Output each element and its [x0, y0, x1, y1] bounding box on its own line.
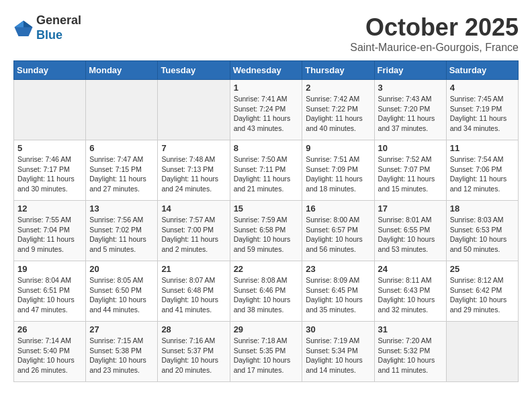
day-number: 3: [378, 83, 443, 93]
day-info: Sunrise: 7:16 AM Sunset: 5:37 PM Dayligh…: [161, 336, 226, 375]
day-info: Sunrise: 7:52 AM Sunset: 7:07 PM Dayligh…: [378, 154, 443, 194]
calendar-week-row: 5Sunrise: 7:46 AM Sunset: 7:17 PM Daylig…: [14, 140, 519, 201]
calendar-cell: 20Sunrise: 8:05 AM Sunset: 6:50 PM Dayli…: [86, 261, 158, 322]
day-number: 23: [306, 264, 370, 274]
day-number: 26: [17, 324, 82, 334]
day-number: 18: [450, 203, 515, 214]
day-info: Sunrise: 7:55 AM Sunset: 7:04 PM Dayligh…: [17, 215, 82, 255]
day-info: Sunrise: 7:41 AM Sunset: 7:24 PM Dayligh…: [234, 94, 299, 134]
calendar-cell: 14Sunrise: 7:57 AM Sunset: 7:00 PM Dayli…: [158, 201, 230, 261]
logo-icon: [13, 18, 34, 38]
day-info: Sunrise: 7:19 AM Sunset: 5:34 PM Dayligh…: [306, 336, 370, 375]
calendar-week-row: 12Sunrise: 7:55 AM Sunset: 7:04 PM Dayli…: [14, 201, 519, 261]
day-number: 6: [89, 143, 154, 153]
day-number: 10: [378, 143, 443, 153]
weekday-header-tuesday: Tuesday: [158, 61, 230, 80]
calendar-week-row: 26Sunrise: 7:14 AM Sunset: 5:40 PM Dayli…: [14, 322, 519, 382]
weekday-header-row: SundayMondayTuesdayWednesdayThursdayFrid…: [14, 61, 519, 80]
calendar-cell: 21Sunrise: 8:07 AM Sunset: 6:48 PM Dayli…: [158, 261, 230, 322]
calendar-cell: 15Sunrise: 7:59 AM Sunset: 6:58 PM Dayli…: [230, 201, 302, 261]
calendar-cell: [446, 322, 518, 382]
calendar-cell: 31Sunrise: 7:20 AM Sunset: 5:32 PM Dayli…: [374, 322, 446, 382]
calendar-cell: 8Sunrise: 7:50 AM Sunset: 7:11 PM Daylig…: [230, 140, 302, 201]
day-info: Sunrise: 7:51 AM Sunset: 7:09 PM Dayligh…: [306, 154, 370, 194]
day-number: 25: [450, 264, 515, 274]
day-number: 1: [234, 83, 299, 93]
day-number: 24: [378, 264, 443, 274]
day-info: Sunrise: 8:07 AM Sunset: 6:48 PM Dayligh…: [161, 275, 226, 315]
day-info: Sunrise: 7:59 AM Sunset: 6:58 PM Dayligh…: [234, 215, 299, 255]
calendar-cell: 19Sunrise: 8:04 AM Sunset: 6:51 PM Dayli…: [14, 261, 86, 322]
logo: General Blue: [13, 13, 81, 42]
day-number: 4: [450, 83, 515, 93]
day-number: 9: [306, 143, 370, 153]
calendar-cell: 10Sunrise: 7:52 AM Sunset: 7:07 PM Dayli…: [374, 140, 446, 201]
title-area: October 2025 Saint-Maurice-en-Gourgois, …: [350, 13, 519, 54]
day-info: Sunrise: 8:12 AM Sunset: 6:42 PM Dayligh…: [450, 275, 515, 315]
page-header: General Blue October 2025 Saint-Maurice-…: [13, 13, 519, 54]
day-info: Sunrise: 7:56 AM Sunset: 7:02 PM Dayligh…: [89, 215, 154, 255]
day-info: Sunrise: 7:47 AM Sunset: 7:15 PM Dayligh…: [89, 154, 154, 194]
weekday-header-wednesday: Wednesday: [230, 61, 302, 80]
calendar-table: SundayMondayTuesdayWednesdayThursdayFrid…: [13, 60, 519, 382]
day-info: Sunrise: 7:14 AM Sunset: 5:40 PM Dayligh…: [17, 336, 82, 375]
day-number: 29: [234, 324, 299, 334]
day-number: 11: [450, 143, 515, 153]
calendar-cell: 23Sunrise: 8:09 AM Sunset: 6:45 PM Dayli…: [302, 261, 374, 322]
day-info: Sunrise: 8:04 AM Sunset: 6:51 PM Dayligh…: [17, 275, 82, 315]
day-number: 13: [89, 203, 154, 214]
day-info: Sunrise: 7:46 AM Sunset: 7:17 PM Dayligh…: [17, 154, 82, 194]
day-number: 30: [306, 324, 370, 334]
calendar-cell: 7Sunrise: 7:48 AM Sunset: 7:13 PM Daylig…: [158, 140, 230, 201]
svg-marker-2: [15, 20, 24, 27]
day-info: Sunrise: 8:08 AM Sunset: 6:46 PM Dayligh…: [234, 275, 299, 315]
day-info: Sunrise: 7:54 AM Sunset: 7:06 PM Dayligh…: [450, 154, 515, 194]
day-info: Sunrise: 8:05 AM Sunset: 6:50 PM Dayligh…: [89, 275, 154, 315]
calendar-cell: 17Sunrise: 8:01 AM Sunset: 6:55 PM Dayli…: [374, 201, 446, 261]
calendar-cell: 3Sunrise: 7:43 AM Sunset: 7:20 PM Daylig…: [374, 80, 446, 140]
day-number: 19: [17, 264, 82, 274]
calendar-cell: 1Sunrise: 7:41 AM Sunset: 7:24 PM Daylig…: [230, 80, 302, 140]
day-number: 21: [161, 264, 226, 274]
day-info: Sunrise: 7:20 AM Sunset: 5:32 PM Dayligh…: [378, 336, 443, 375]
calendar-cell: 30Sunrise: 7:19 AM Sunset: 5:34 PM Dayli…: [302, 322, 374, 382]
calendar-cell: 16Sunrise: 8:00 AM Sunset: 6:57 PM Dayli…: [302, 201, 374, 261]
month-title: October 2025: [350, 13, 519, 42]
calendar-cell: 4Sunrise: 7:45 AM Sunset: 7:19 PM Daylig…: [446, 80, 518, 140]
calendar-body: 1Sunrise: 7:41 AM Sunset: 7:24 PM Daylig…: [14, 80, 519, 382]
calendar-week-row: 1Sunrise: 7:41 AM Sunset: 7:24 PM Daylig…: [14, 80, 519, 140]
day-number: 5: [17, 143, 82, 153]
day-number: 2: [306, 83, 370, 93]
day-info: Sunrise: 7:48 AM Sunset: 7:13 PM Dayligh…: [161, 154, 226, 194]
day-info: Sunrise: 7:57 AM Sunset: 7:00 PM Dayligh…: [161, 215, 226, 255]
location-title: Saint-Maurice-en-Gourgois, France: [350, 42, 519, 54]
day-number: 20: [89, 264, 154, 274]
day-info: Sunrise: 7:18 AM Sunset: 5:35 PM Dayligh…: [234, 336, 299, 375]
calendar-cell: [158, 80, 230, 140]
day-number: 14: [161, 203, 226, 214]
day-info: Sunrise: 8:00 AM Sunset: 6:57 PM Dayligh…: [306, 215, 370, 255]
day-number: 8: [234, 143, 299, 153]
svg-marker-1: [24, 20, 33, 27]
calendar-cell: [14, 80, 86, 140]
day-number: 15: [234, 203, 299, 214]
day-info: Sunrise: 8:11 AM Sunset: 6:43 PM Dayligh…: [378, 275, 443, 315]
calendar-cell: 26Sunrise: 7:14 AM Sunset: 5:40 PM Dayli…: [14, 322, 86, 382]
day-number: 27: [89, 324, 154, 334]
calendar-cell: 12Sunrise: 7:55 AM Sunset: 7:04 PM Dayli…: [14, 201, 86, 261]
day-info: Sunrise: 7:15 AM Sunset: 5:38 PM Dayligh…: [89, 336, 154, 375]
day-info: Sunrise: 7:43 AM Sunset: 7:20 PM Dayligh…: [378, 94, 443, 134]
day-number: 12: [17, 203, 82, 214]
weekday-header-thursday: Thursday: [302, 61, 374, 80]
day-number: 31: [378, 324, 443, 334]
day-number: 7: [161, 143, 226, 153]
calendar-cell: [86, 80, 158, 140]
calendar-cell: 9Sunrise: 7:51 AM Sunset: 7:09 PM Daylig…: [302, 140, 374, 201]
calendar-cell: 25Sunrise: 8:12 AM Sunset: 6:42 PM Dayli…: [446, 261, 518, 322]
calendar-cell: 27Sunrise: 7:15 AM Sunset: 5:38 PM Dayli…: [86, 322, 158, 382]
calendar-week-row: 19Sunrise: 8:04 AM Sunset: 6:51 PM Dayli…: [14, 261, 519, 322]
calendar-cell: 28Sunrise: 7:16 AM Sunset: 5:37 PM Dayli…: [158, 322, 230, 382]
calendar-cell: 22Sunrise: 8:08 AM Sunset: 6:46 PM Dayli…: [230, 261, 302, 322]
calendar-cell: 18Sunrise: 8:03 AM Sunset: 6:53 PM Dayli…: [446, 201, 518, 261]
day-info: Sunrise: 7:45 AM Sunset: 7:19 PM Dayligh…: [450, 94, 515, 134]
